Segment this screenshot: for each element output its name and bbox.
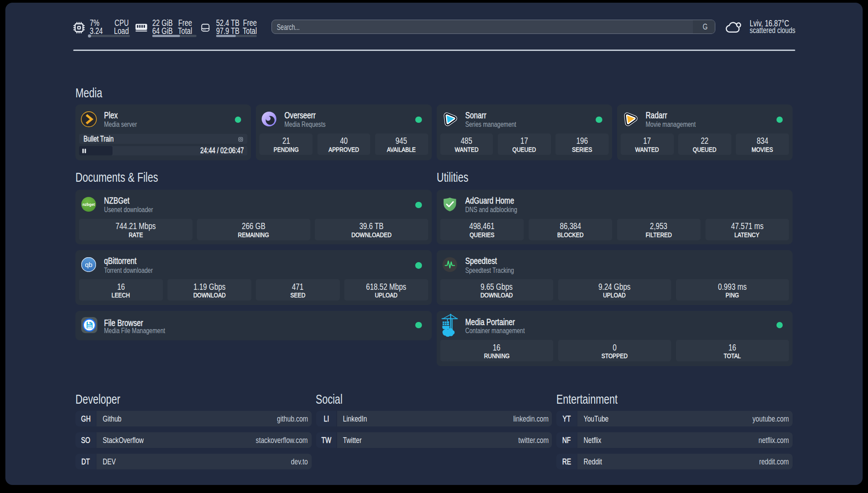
svg-text:qb: qb	[85, 261, 92, 268]
svg-text:nzbget: nzbget	[83, 202, 95, 207]
